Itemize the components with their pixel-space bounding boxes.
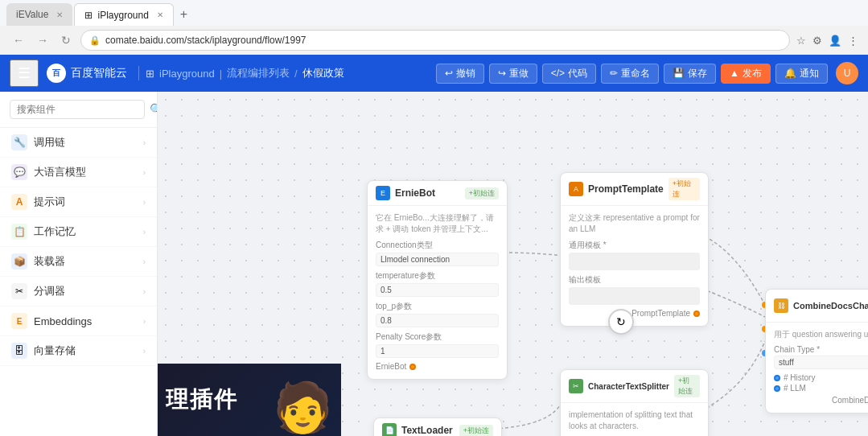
menu-icon[interactable]: ⋮ <box>848 35 858 47</box>
tab-ievalue[interactable]: iEValue ✕ <box>6 3 72 26</box>
rename-label: 重命名 <box>621 67 650 80</box>
search-input[interactable] <box>10 100 145 119</box>
text-loader-icon: 📄 <box>382 423 397 436</box>
sidebar-item-tool-chain[interactable]: 🔧 调用链 › <box>0 128 157 158</box>
canvas-area[interactable]: E ErnieBot +初始连 它在 ErnieBo...大连接理解了，请求 +… <box>158 92 868 436</box>
user-avatar[interactable]: U <box>836 62 858 84</box>
vector-store-icon: 🗄 <box>11 343 27 359</box>
prompt-field-template: 通用模板 * <box>569 240 700 270</box>
tab-ievalue-label: iEValue <box>16 9 48 20</box>
tab-iplayground-close[interactable]: ✕ <box>157 10 163 19</box>
tool-chain-icon: 🔧 <box>11 134 27 150</box>
erniebot-desc: 它在 ErnieBo...大连接理解了，请求 + 调动 token 并管理上下文… <box>376 212 499 235</box>
combine-docs-chain-header: ⛓ CombineDocsChain +初始连 <box>766 290 868 323</box>
new-tab-button[interactable]: + <box>175 7 192 22</box>
toolbar-right: ↩ 撤销 ↪ 重做 </> 代码 ✏ 重命名 💾 保存 ▲ 发布 🔔 通知 U <box>436 62 858 84</box>
refresh-button[interactable]: ↻ <box>58 32 74 48</box>
banner-person-icon: 🧑 <box>273 379 333 436</box>
text-loader-title: TextLoader <box>401 425 455 436</box>
combine-docs-title: CombineDocsChain <box>793 301 868 311</box>
prompt-template-icon: A <box>569 182 583 196</box>
char-splitter-icon: ✂ <box>569 379 583 393</box>
prompt-template-badge: +初始连 <box>668 178 700 200</box>
sidebar-item-vector-store[interactable]: 🗄 向量存储 › <box>0 336 157 366</box>
redo-button[interactable]: ↪ 重做 <box>489 64 537 84</box>
erniebot-node[interactable]: E ErnieBot +初始连 它在 ErnieBo...大连接理解了，请求 +… <box>367 180 508 380</box>
back-button[interactable]: ← <box>10 32 27 48</box>
publish-button[interactable]: ▲ 发布 <box>721 64 771 84</box>
undo-button[interactable]: ↩ 撤销 <box>436 64 484 84</box>
brand: 百 百度智能云 <box>39 64 135 83</box>
hamburger-button[interactable]: ☰ <box>10 60 39 87</box>
app-bar: ☰ 百 百度智能云 ⊞ iPlayground | 流程编排列表 / 休假政策 … <box>0 55 868 92</box>
save-button[interactable]: 💾 保存 <box>664 64 716 84</box>
llm-input-port <box>774 385 780 392</box>
save-icon: 💾 <box>673 68 685 79</box>
forward-button[interactable]: → <box>34 32 51 48</box>
extension-icon[interactable]: ⚙ <box>812 35 822 47</box>
sidebar-item-llm[interactable]: 💬 大语言模型 › <box>0 158 157 187</box>
memory-icon: 📋 <box>11 224 27 240</box>
playground-icon: ⊞ <box>84 10 93 21</box>
sidebar-item-embeddings[interactable]: E Embeddings › <box>0 306 157 336</box>
code-label: 代码 <box>568 67 587 80</box>
undo-label: 撤销 <box>456 67 475 80</box>
erniebot-icon: E <box>376 186 390 200</box>
chevron-right-icon-0: › <box>143 138 146 147</box>
text-loader-node[interactable]: 📄 TextLoader +初始连 Load your files 文件路径 *… <box>373 417 502 436</box>
browser-chrome: iEValue ✕ ⊞ iPlayground ✕ + ← → ↻ 🔒 coma… <box>0 0 868 55</box>
prompt-template-body: 定义这来 representative a prompt for an LLM … <box>561 206 708 326</box>
publish-label: 发布 <box>743 67 762 80</box>
prompt-template-title: PromptTemplate <box>588 183 664 195</box>
erniebot-badge: +初始连 <box>465 187 499 199</box>
rename-icon: ✏ <box>610 68 618 79</box>
sidebar-item-vector-store-label: 向量存储 <box>34 343 137 358</box>
prompt-template-node[interactable]: A PromptTemplate +初始连 定义这来 representativ… <box>560 172 709 327</box>
bookmark-icon[interactable]: ☆ <box>796 35 806 47</box>
tab-iplayground[interactable]: ⊞ iPlayground ✕ <box>74 3 173 26</box>
brand-icon: 百 <box>47 64 66 83</box>
prompt-template-header: A PromptTemplate +初始连 <box>561 173 708 206</box>
url-box[interactable]: 🔒 comate.baidu.com/stack/iplayground/flo… <box>80 30 790 51</box>
combine-docs-chain-node[interactable]: ⛓ CombineDocsChain +初始连 用于 question answ… <box>765 289 868 413</box>
tab-iplayground-label: iPlayground <box>97 10 148 21</box>
chevron-right-icon-1: › <box>143 168 146 177</box>
sidebar-item-llm-label: 大语言模型 <box>34 165 137 179</box>
lock-icon: 🔒 <box>89 35 101 46</box>
prompt-port-out: PromptTemplate <box>569 309 700 318</box>
chevron-right-icon-7: › <box>143 347 146 356</box>
loader-icon: 📦 <box>11 253 27 269</box>
sidebar-item-memory[interactable]: 📋 工作记忆 › <box>0 217 157 247</box>
main-layout: 🔍 🔧 调用链 › 💬 大语言模型 › A 提示词 › 📋 工作记忆 › 📦 装… <box>0 92 868 436</box>
llm-icon: 💬 <box>11 164 27 180</box>
sidebar-item-loader[interactable]: 📦 装载器 › <box>0 247 157 277</box>
breadcrumb-item-1[interactable]: 流程编排列表 <box>227 66 290 80</box>
character-text-splitter-node[interactable]: ✂ CharacterTextSplitter +初始连 implementat… <box>560 369 709 436</box>
redo-label: 重做 <box>509 67 529 80</box>
search-button[interactable]: 🔍 <box>150 103 158 116</box>
sidebar-item-splitter[interactable]: ✂ 分调器 › <box>0 277 157 306</box>
center-icon: ↻ <box>608 309 634 335</box>
sidebar-item-splitter-label: 分调器 <box>34 284 137 298</box>
brand-name: 百度智能云 <box>71 66 127 80</box>
playground-breadcrumb-label[interactable]: iPlayground <box>159 68 215 80</box>
address-bar-icons: ☆ ⚙ 👤 ⋮ <box>796 35 858 47</box>
notify-button[interactable]: 🔔 通知 <box>775 64 828 84</box>
combine-docs-desc: 用于 question answering using chain <box>774 329 868 340</box>
sidebar-item-tool-chain-label: 调用链 <box>34 135 137 150</box>
erniebot-field-temp: temperature参数 0.5 <box>376 270 499 297</box>
tab-ievalue-close[interactable]: ✕ <box>56 10 63 19</box>
profile-icon[interactable]: 👤 <box>829 35 841 47</box>
rename-button[interactable]: ✏ 重命名 <box>601 64 659 84</box>
breadcrumb: ⊞ iPlayground | 流程编排列表 / 休假政策 <box>138 66 351 80</box>
url-text: comate.baidu.com/stack/iplayground/flow/… <box>105 35 306 46</box>
notify-label: 通知 <box>800 67 819 80</box>
breadcrumb-item-2: 休假政策 <box>302 66 344 80</box>
history-input-port <box>774 375 780 381</box>
chevron-right-icon-4: › <box>143 257 146 266</box>
code-button[interactable]: </> 代码 <box>542 64 596 84</box>
sidebar-item-prompt[interactable]: A 提示词 › <box>0 187 157 217</box>
erniebot-output-port <box>409 364 416 370</box>
embeddings-icon: E <box>11 313 27 329</box>
combine-docs-port-llm: # LLM <box>774 384 868 393</box>
